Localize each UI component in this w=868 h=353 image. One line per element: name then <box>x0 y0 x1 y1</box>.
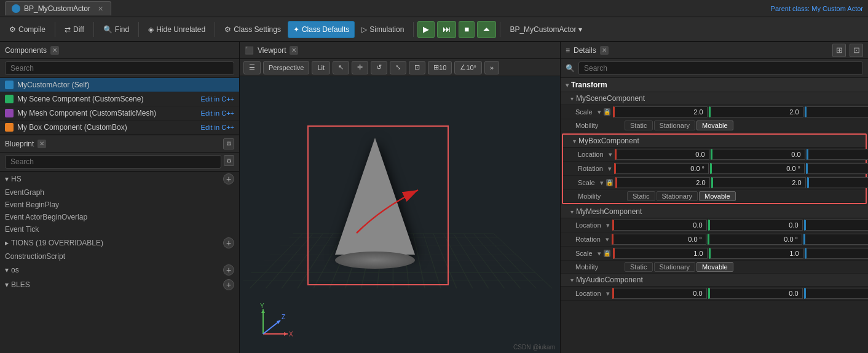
viewport-close[interactable]: ✕ <box>290 46 298 55</box>
diff-button[interactable]: ⇄ Diff <box>59 21 90 38</box>
details-close[interactable]: ✕ <box>600 46 609 55</box>
class-defaults-button[interactable]: ✦ Class Defaults <box>288 21 355 38</box>
bp-item-actoroverlap[interactable]: Event ActorBeginOverlap <box>0 211 239 223</box>
my-box-component-header[interactable]: ▾ MyBoxComponent <box>563 135 866 148</box>
rot-dropdown-icon[interactable]: ▾ <box>608 165 612 173</box>
blueprint-search-input[interactable] <box>5 155 221 169</box>
find-button[interactable]: 🔍 Find <box>98 21 135 38</box>
simulation-button[interactable]: ▷ Simulation <box>356 21 409 38</box>
viewport-rotate-tool[interactable]: ↺ <box>371 61 387 74</box>
audio-loc-dropdown[interactable]: ▾ <box>606 290 610 298</box>
bp-functions-header[interactable]: ▾ HS + <box>0 172 239 186</box>
scene-movable-btn[interactable]: Movable <box>696 121 733 130</box>
component-item-mesh[interactable]: My Mesh Component (CustomStaticMesh) Edi… <box>0 106 239 121</box>
scale-dropdown-icon[interactable]: ▾ <box>598 108 601 116</box>
mesh-scale-lock[interactable]: 🔒 <box>604 250 610 257</box>
bp-item-eventtick[interactable]: Event Tick <box>0 223 239 236</box>
edit-cpp-scene[interactable]: Edit in C++ <box>201 95 234 103</box>
box-location-y[interactable] <box>711 149 805 160</box>
mesh-scale-x[interactable] <box>613 248 708 259</box>
bp-add-local-button[interactable]: + <box>223 264 234 276</box>
mesh-stationary-btn[interactable]: Stationary <box>654 262 696 272</box>
box-scale-lock[interactable]: 🔒 <box>606 179 613 186</box>
audio-location-x[interactable] <box>612 288 707 299</box>
bp-overridable-section[interactable]: ▸ TIONS (19 OVERRIDABLE) + <box>0 236 239 250</box>
viewport-perspective-button[interactable]: Perspective <box>263 61 309 74</box>
title-tab-close[interactable]: ✕ <box>97 5 105 13</box>
details-search-input[interactable] <box>578 61 863 75</box>
details-lock-button[interactable]: ⊡ <box>850 44 863 57</box>
blueprint-panel-close[interactable]: ✕ <box>37 140 46 148</box>
viewport-hamburger[interactable]: ☰ <box>243 61 261 74</box>
my-scene-component-header[interactable]: ▾ MySceneComponent <box>561 92 868 105</box>
mesh-rotation-y[interactable] <box>708 234 802 245</box>
bp-add-variable-button[interactable]: + <box>223 279 234 290</box>
component-item-self[interactable]: MyCustomActor (Self) <box>0 78 239 92</box>
details-filter-button[interactable]: ⊞ <box>832 44 846 57</box>
scene-stationary-btn[interactable]: Stationary <box>654 121 696 130</box>
mesh-scale-z[interactable] <box>805 248 868 259</box>
mesh-rot-dropdown[interactable]: ▾ <box>606 236 609 244</box>
bp-variables-section[interactable]: ▾ BLES + <box>0 277 239 292</box>
box-rotation-y[interactable] <box>710 163 805 174</box>
box-scale-x[interactable] <box>615 177 710 188</box>
mesh-location-z[interactable] <box>804 220 868 231</box>
box-rotation-z[interactable] <box>806 163 868 174</box>
viewport-cursor-tool[interactable]: ↖ <box>333 61 349 74</box>
mesh-movable-btn[interactable]: Movable <box>696 262 733 272</box>
viewport-move-tool[interactable]: ✛ <box>352 61 368 74</box>
pause-button[interactable]: ⏶ <box>477 21 496 38</box>
play-button[interactable]: ▶ <box>417 21 435 38</box>
bp-actor-dropdown[interactable]: BP_MyCustomActor ▾ <box>504 21 588 38</box>
bp-item-beginplay[interactable]: Event BeginPlay <box>0 199 239 211</box>
class-settings-button[interactable]: ⚙ Class Settings <box>219 21 286 38</box>
components-search-input[interactable] <box>5 61 234 75</box>
box-movable-btn[interactable]: Movable <box>699 191 736 201</box>
mesh-loc-dropdown[interactable]: ▾ <box>606 221 610 229</box>
transform-section-header[interactable]: ▾ Transform <box>561 78 868 92</box>
title-tab[interactable]: BP_MyCustomActor ✕ <box>5 1 111 15</box>
step-button[interactable]: ⏭ <box>437 21 456 38</box>
audio-location-z[interactable] <box>804 288 868 299</box>
box-scale-y[interactable] <box>711 177 806 188</box>
blueprint-filter-button[interactable]: ⚙ <box>224 155 234 166</box>
box-location-x[interactable] <box>615 149 709 160</box>
viewport-more-button[interactable]: » <box>484 61 499 74</box>
component-item-box[interactable]: My Box Component (CustomBox) Edit in C++ <box>0 121 239 135</box>
components-panel-close[interactable]: ✕ <box>50 46 59 55</box>
bp-add-function-button[interactable]: + <box>223 173 234 184</box>
mesh-rotation-z[interactable] <box>803 234 868 245</box>
mesh-scale-dropdown[interactable]: ▾ <box>598 250 601 258</box>
my-audio-component-header[interactable]: ▾ MyAudioComponent <box>561 274 868 287</box>
viewport-angle-button[interactable]: ∠ 10° <box>454 61 482 74</box>
scene-scale-lock[interactable]: 🔒 <box>604 108 610 116</box>
box-scale-z[interactable] <box>807 177 868 188</box>
edit-cpp-box[interactable]: Edit in C++ <box>201 124 234 131</box>
bp-item-eventgraph[interactable]: EventGraph <box>0 186 239 199</box>
bp-item-constructionscript[interactable]: ConstructionScript <box>0 250 239 263</box>
stop-button[interactable]: ■ <box>459 21 475 38</box>
mesh-location-x[interactable] <box>612 220 707 231</box>
viewport-scale-tool[interactable]: ⤡ <box>390 61 406 74</box>
viewport-snap-button[interactable]: ⊞ 10 <box>428 61 452 74</box>
blueprint-gear-button[interactable]: ⚙ <box>223 138 234 149</box>
hide-unrelated-button[interactable]: ◈ Hide Unrelated <box>143 21 211 38</box>
box-static-btn[interactable]: Static <box>627 191 655 201</box>
mesh-static-btn[interactable]: Static <box>625 262 653 272</box>
mesh-rotation-x[interactable] <box>612 234 706 245</box>
audio-location-y[interactable] <box>708 288 803 299</box>
bp-locals-section[interactable]: ▾ os + <box>0 263 239 277</box>
bp-add-override-button[interactable]: + <box>223 237 234 248</box>
scale-dropdown-icon-2[interactable]: ▾ <box>600 179 604 187</box>
box-location-z[interactable] <box>807 149 868 160</box>
compile-button[interactable]: ⚙ Compile <box>4 21 51 38</box>
edit-cpp-mesh[interactable]: Edit in C++ <box>201 109 234 117</box>
box-rotation-x[interactable] <box>614 163 709 174</box>
box-stationary-btn[interactable]: Stationary <box>657 191 698 201</box>
mesh-scale-y[interactable] <box>709 248 803 259</box>
component-item-scene[interactable]: My Scene Component (CustomScene) Edit in… <box>0 92 239 106</box>
scene-static-btn[interactable]: Static <box>625 121 653 130</box>
scene-scale-z[interactable] <box>805 106 868 117</box>
viewport-lit-button[interactable]: Lit <box>312 61 330 74</box>
mesh-location-y[interactable] <box>708 220 803 231</box>
